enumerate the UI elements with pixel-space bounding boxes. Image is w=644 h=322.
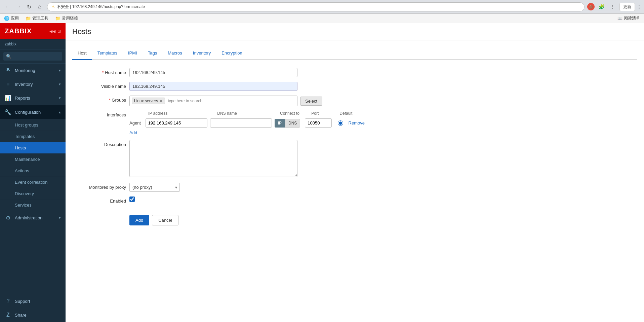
tab-inventory[interactable]: Inventory — [188, 47, 216, 60]
sidebar-item-reports[interactable]: 📊 Reports ▾ — [0, 91, 66, 105]
tab-host[interactable]: Host — [72, 47, 92, 60]
groups-input-area[interactable]: Linux servers ✕ — [129, 96, 297, 106]
tab-templates[interactable]: Templates — [92, 47, 123, 60]
sidebar-subitem-templates[interactable]: Templates — [0, 131, 66, 142]
sidebar-item-share[interactable]: Z Share — [0, 308, 66, 322]
address-bar[interactable]: ⚠ 不安全 | 192.168.249.146/hosts.php?form=c… — [47, 2, 585, 11]
add-interface-link[interactable]: Add — [129, 130, 137, 135]
reading-list-label: 阅读清单 — [624, 15, 640, 21]
reading-list[interactable]: 📖 阅读清单 — [616, 15, 641, 22]
agent-default-radio[interactable] — [338, 120, 343, 127]
tab-ipmi[interactable]: IPMI — [123, 47, 143, 60]
maintenance-label: Maintenance — [15, 157, 40, 162]
sidebar-item-monitoring[interactable]: 👁 Monitoring ▾ — [0, 64, 66, 77]
bookmark-links[interactable]: 📁 常用链接 — [54, 15, 79, 22]
description-textarea[interactable] — [129, 140, 297, 177]
apps-icon: 🌐 — [4, 16, 9, 21]
interfaces-row: Interfaces IP address DNS name Connect t… — [72, 111, 637, 135]
proxy-row: Monitored by proxy (no proxy) — [72, 183, 637, 192]
inventory-arrow: ▾ — [59, 82, 61, 86]
sidebar-item-administration[interactable]: ⚙ Administration ▾ — [0, 211, 66, 225]
sidebar-subitem-hostgroups[interactable]: Host groups — [0, 119, 66, 131]
group-tag-label: Linux servers — [134, 99, 158, 103]
connect-ip-button[interactable]: IP — [275, 119, 285, 128]
interface-agent-row: Agent IP DNS Remove — [129, 117, 365, 129]
refresh-button[interactable]: ↻ — [24, 2, 34, 11]
sidebar-subitem-discovery[interactable]: Discovery — [0, 188, 66, 200]
back-button[interactable]: ← — [3, 2, 12, 11]
enabled-checkbox-wrapper — [129, 196, 365, 202]
visible-name-input[interactable] — [129, 82, 297, 91]
agent-dns-input[interactable] — [210, 118, 272, 128]
logo-text: ZABBIX — [5, 27, 32, 35]
host-name-input[interactable] — [129, 68, 297, 77]
forward-button[interactable]: → — [13, 2, 23, 11]
remove-interface-link[interactable]: Remove — [349, 120, 365, 126]
security-icon: ⚠ — [51, 5, 55, 9]
discovery-label: Discovery — [15, 191, 34, 196]
tab-tags[interactable]: Tags — [143, 47, 162, 60]
iface-col-port-label: Port — [311, 111, 339, 116]
sidebar-search[interactable]: 🔍 — [0, 49, 66, 64]
actions-spacer — [72, 208, 126, 210]
sidebar-item-support[interactable]: ? Support — [0, 294, 66, 308]
connect-dns-button[interactable]: DNS — [285, 119, 300, 128]
update-button[interactable]: 更新 — [619, 3, 635, 11]
reading-list-icon: 📖 — [617, 16, 622, 21]
agent-ip-input[interactable] — [146, 118, 207, 128]
sidebar-item-inventory[interactable]: ≡ Inventory ▾ — [0, 77, 66, 91]
host-name-field — [129, 68, 365, 77]
event-correlation-label: Event correlation — [15, 180, 48, 185]
search-icon: 🔍 — [6, 54, 11, 59]
connect-buttons: IP DNS — [275, 119, 300, 128]
cancel-button[interactable]: Cancel — [152, 215, 178, 225]
bookmark-links-label: 常用链接 — [62, 15, 78, 21]
bookmark-tools[interactable]: 📁 管理工具 — [24, 15, 50, 22]
logo-controls[interactable]: ◀◀ ⊡ — [49, 29, 61, 34]
tab-encryption[interactable]: Encryption — [216, 47, 247, 60]
expand-btn[interactable]: ⊡ — [57, 29, 61, 34]
form-actions: Add Cancel — [129, 215, 178, 225]
groups-container: Linux servers ✕ Select — [129, 96, 365, 106]
administration-arrow: ▾ — [59, 216, 61, 220]
sidebar-subitem-event-correlation[interactable]: Event correlation — [0, 177, 66, 188]
nav-buttons[interactable]: ← → ↻ ⌂ — [3, 2, 44, 11]
bookmark-apps[interactable]: 🌐 应用 — [3, 15, 20, 22]
interfaces-field: IP address DNS name Connect to Port Defa… — [129, 111, 365, 135]
extensions-icon[interactable]: 🧩 — [597, 2, 606, 11]
sidebar: ZABBIX ◀◀ ⊡ zabbix 🔍 👁 Monitoring ▾ ≡ In… — [0, 23, 66, 322]
proxy-label: Monitored by proxy — [72, 183, 126, 190]
collapse-btn[interactable]: ◀◀ — [49, 29, 55, 34]
inventory-icon: ≡ — [5, 81, 11, 87]
sidebar-subitem-services[interactable]: Services — [0, 200, 66, 211]
agent-type-label: Agent — [129, 120, 143, 126]
sidebar-subitem-maintenance[interactable]: Maintenance — [0, 154, 66, 165]
home-button[interactable]: ⌂ — [35, 2, 44, 11]
administration-label: Administration — [15, 215, 55, 220]
search-box[interactable]: 🔍 — [3, 52, 62, 61]
proxy-select[interactable]: (no proxy) — [129, 183, 180, 192]
configuration-icon: 🔧 — [5, 109, 11, 115]
monitoring-label: Monitoring — [15, 68, 55, 73]
visible-name-field — [129, 82, 365, 91]
visible-name-row: Visible name — [72, 82, 637, 91]
page-title: Hosts — [72, 27, 637, 36]
sidebar-subitem-hosts[interactable]: Hosts — [0, 142, 66, 154]
toolbar-icons: 🟤 🧩 ⋮ 更新 ⋮ — [587, 2, 641, 11]
groups-search-input[interactable] — [166, 98, 219, 104]
enabled-checkbox[interactable] — [129, 196, 135, 202]
description-field — [129, 140, 365, 178]
group-tag-remove[interactable]: ✕ — [159, 99, 163, 103]
add-button[interactable]: Add — [129, 215, 149, 225]
proxy-select-wrapper: (no proxy) — [129, 183, 180, 192]
iface-col-dns-label: DNS name — [217, 111, 280, 116]
tab-macros[interactable]: Macros — [162, 47, 188, 60]
sidebar-item-configuration[interactable]: 🔧 Configuration ▴ — [0, 105, 66, 119]
more-icon[interactable]: ⋮ — [608, 2, 617, 11]
sidebar-subitem-actions[interactable]: Actions — [0, 165, 66, 177]
agent-port-input[interactable] — [305, 118, 332, 128]
iface-col-connect-label: Connect to — [280, 111, 311, 116]
groups-select-button[interactable]: Select — [300, 97, 322, 106]
monitoring-icon: 👁 — [5, 67, 11, 73]
sidebar-user: zabbix — [0, 39, 66, 49]
